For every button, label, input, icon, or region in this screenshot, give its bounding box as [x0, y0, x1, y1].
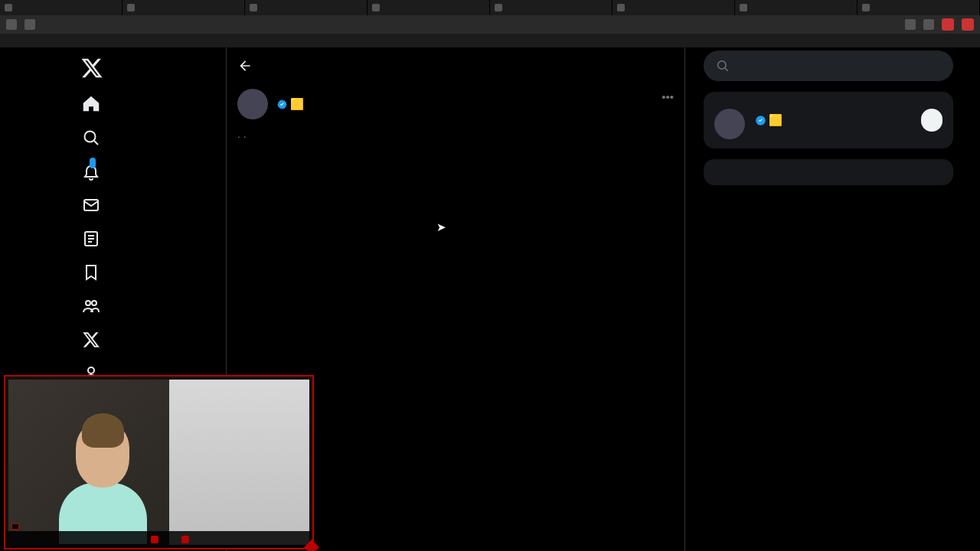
nav-bookmarks[interactable] — [73, 256, 220, 289]
favicon — [740, 4, 747, 11]
overlay-lower-third — [5, 531, 312, 548]
overlay-logo — [11, 523, 19, 530]
pip-icon[interactable] — [905, 19, 916, 30]
nav-communities[interactable] — [73, 289, 220, 323]
people-icon — [82, 297, 100, 315]
tweet-author[interactable]: 🟨 ••• — [237, 89, 674, 119]
nav-messages[interactable] — [73, 188, 220, 222]
favicon — [5, 4, 12, 11]
browser-tab[interactable] — [245, 0, 368, 15]
reader-icon[interactable] — [6, 19, 17, 30]
svg-point-5 — [88, 367, 94, 373]
bookmark-icon — [82, 263, 100, 282]
nav-notifications[interactable] — [73, 155, 220, 188]
svg-point-3 — [86, 301, 90, 305]
favicon — [250, 4, 257, 11]
extension-icon[interactable] — [942, 18, 954, 31]
favicon — [495, 4, 502, 11]
browser-tab[interactable] — [368, 0, 490, 15]
verified-icon — [276, 99, 288, 110]
trends-card — [704, 159, 953, 185]
relevant-person[interactable]: 🟨 — [714, 109, 942, 139]
follow-cta — [181, 536, 189, 543]
notification-badge — [90, 158, 96, 168]
favicon — [127, 4, 135, 11]
nav-explore[interactable] — [73, 121, 220, 155]
person-name: 🟨 — [753, 114, 782, 127]
search-icon — [716, 59, 730, 73]
relevant-people-card: 🟨 — [704, 92, 953, 148]
nav-home[interactable] — [73, 87, 220, 121]
x-icon — [82, 331, 100, 349]
site-lock-icon[interactable] — [24, 19, 35, 30]
header — [227, 47, 684, 84]
tweet-meta: · · — [237, 130, 674, 142]
svg-point-6 — [718, 61, 727, 70]
search-input[interactable] — [739, 60, 941, 72]
favicon — [617, 4, 625, 11]
badge-icon: 🟨 — [769, 114, 782, 127]
tweet: 🟨 ••• · · — [227, 84, 684, 150]
browser-tab[interactable] — [612, 0, 735, 15]
search-icon — [82, 129, 100, 147]
home-icon — [82, 95, 100, 113]
browser-tab[interactable] — [0, 0, 122, 15]
right-sidebar: 🟨 — [685, 47, 953, 551]
nav-premium[interactable] — [73, 323, 220, 357]
nav-lists[interactable] — [73, 222, 220, 256]
back-arrow-icon[interactable] — [237, 58, 253, 73]
mail-icon — [82, 196, 100, 214]
favicon — [862, 4, 870, 11]
svg-point-0 — [85, 132, 96, 142]
favicon — [372, 4, 380, 11]
badge-icon: 🟨 — [290, 98, 304, 111]
list-icon — [82, 230, 100, 248]
x-logo-icon[interactable] — [80, 57, 103, 80]
webcam-overlay — [4, 375, 314, 549]
bookmarks-bar — [0, 34, 980, 47]
secondary-feed — [169, 380, 309, 545]
browser-tab[interactable] — [858, 0, 980, 15]
browser-tab[interactable] — [735, 0, 858, 15]
subscribe-cta — [151, 536, 158, 543]
search-box[interactable] — [704, 51, 953, 81]
share-icon[interactable] — [923, 19, 934, 30]
webcam-feed — [8, 380, 169, 545]
extension-icon[interactable] — [962, 18, 974, 31]
more-icon[interactable]: ••• — [662, 90, 674, 103]
browser-tab[interactable] — [122, 0, 245, 15]
browser-tab[interactable] — [490, 0, 612, 15]
author-name: 🟨 — [274, 98, 304, 111]
avatar[interactable] — [714, 109, 745, 139]
verified-icon — [755, 115, 766, 126]
avatar[interactable] — [237, 89, 268, 119]
address-bar — [0, 15, 980, 34]
browser-tab-strip — [0, 0, 980, 15]
follow-button[interactable] — [921, 109, 942, 132]
svg-point-4 — [92, 301, 96, 305]
